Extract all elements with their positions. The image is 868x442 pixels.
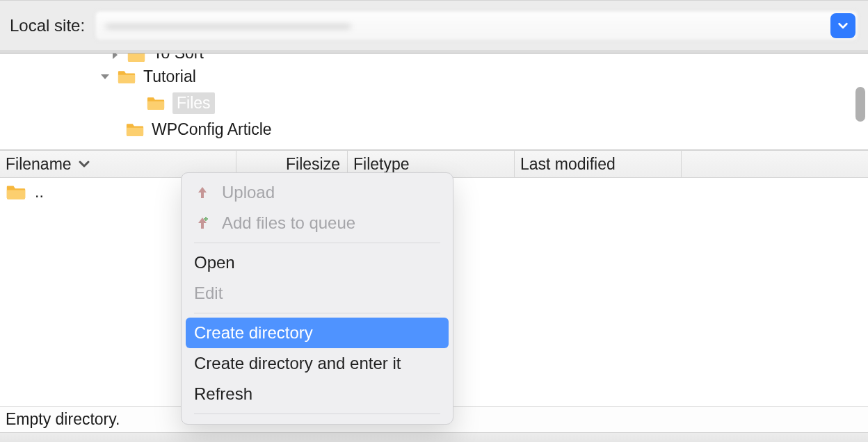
local-site-input xyxy=(95,10,858,41)
local-tree-panel[interactable]: To Sort Tutorial Files WPConfig Article xyxy=(0,53,868,150)
chevron-down-icon xyxy=(837,19,849,32)
expander-expanded-icon[interactable] xyxy=(97,69,113,84)
local-site-label: Local site: xyxy=(10,16,85,35)
menu-open[interactable]: Open xyxy=(182,247,453,278)
add-to-queue-icon xyxy=(194,216,211,230)
folder-icon xyxy=(127,53,146,63)
local-site-dropdown-button[interactable] xyxy=(830,13,855,38)
tree-item-files[interactable]: Files xyxy=(0,90,868,116)
context-menu: Upload Add files to queue Open Edit Crea… xyxy=(181,172,453,425)
sort-indicator-icon xyxy=(77,157,91,171)
tree-item-label: WPConfig Article xyxy=(152,120,272,139)
menu-separator xyxy=(194,243,440,243)
status-text: Empty directory. xyxy=(6,410,120,429)
tree-item-to-sort[interactable]: To Sort xyxy=(0,53,868,63)
panel-bottom-strip xyxy=(0,432,868,442)
column-spacer xyxy=(682,151,868,177)
menu-create-directory-enter[interactable]: Create directory and enter it xyxy=(182,348,453,379)
tree-item-label: Tutorial xyxy=(143,67,196,86)
menu-refresh[interactable]: Refresh xyxy=(182,379,453,409)
folder-icon xyxy=(117,69,136,84)
menu-separator xyxy=(194,313,440,313)
tree-item-tutorial[interactable]: Tutorial xyxy=(0,63,868,90)
menu-create-directory[interactable]: Create directory xyxy=(186,318,449,348)
parent-dir-label: .. xyxy=(35,183,44,202)
expander-collapsed-icon[interactable] xyxy=(107,53,122,63)
folder-icon xyxy=(146,95,166,110)
upload-icon xyxy=(194,186,211,199)
folder-icon xyxy=(125,122,145,137)
tree-item-wpconfig[interactable]: WPConfig Article xyxy=(0,116,868,142)
local-site-bar: Local site: ———————————————— xyxy=(0,0,868,53)
column-last-modified[interactable]: Last modified xyxy=(515,151,682,177)
tree-item-label: Files xyxy=(172,92,215,114)
scrollbar-thumb[interactable] xyxy=(855,87,865,122)
menu-add-to-queue: Add files to queue xyxy=(182,208,453,238)
tree-item-label: To Sort xyxy=(153,53,204,63)
menu-upload: Upload xyxy=(182,177,453,208)
menu-edit: Edit xyxy=(182,278,453,309)
menu-separator xyxy=(194,414,440,414)
local-site-combo[interactable]: ———————————————— xyxy=(95,10,858,41)
folder-icon xyxy=(6,183,26,200)
